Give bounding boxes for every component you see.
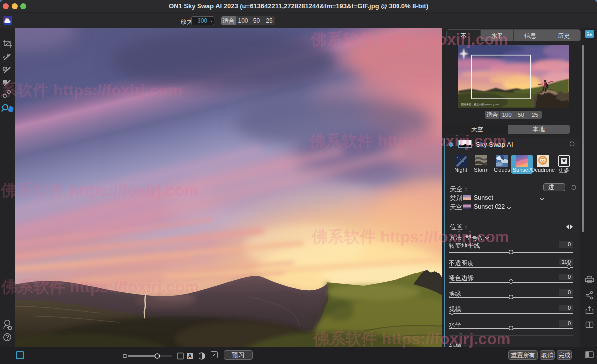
svg-text:A: A: [188, 353, 191, 359]
svg-text:图片来源，视觉中国 www.vcg.com: 图片来源，视觉中国 www.vcg.com: [461, 103, 499, 106]
